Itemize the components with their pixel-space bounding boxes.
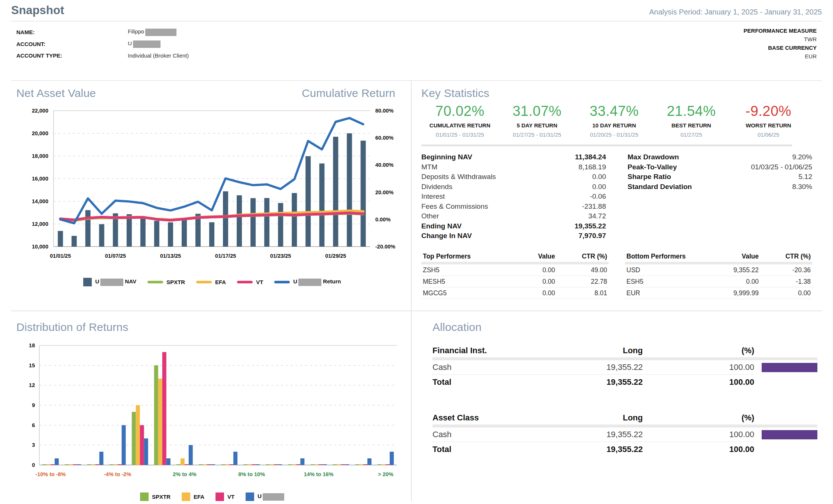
stat-label: Change In NAV	[421, 231, 472, 241]
highlight-value: 33.47%	[576, 103, 653, 119]
bottom-performers-row: ESH50.00-1.38	[625, 276, 812, 287]
stat-label: Interest	[421, 192, 445, 202]
stat-value: 11,384.24	[575, 152, 606, 162]
stat-label: MTM	[421, 162, 437, 172]
svg-text:18,000: 18,000	[32, 153, 48, 159]
legend-swatch-icon	[148, 281, 163, 283]
column-header: Value	[499, 251, 555, 262]
top-performers-row: MESH50.0022.78	[421, 276, 609, 287]
allocation-row-long: 19,355.22	[531, 360, 643, 375]
stat-label: Beginning NAV	[421, 152, 472, 162]
legend-label: VT	[227, 494, 234, 500]
legend-item: EFA	[182, 492, 204, 501]
svg-text:9: 9	[32, 402, 35, 408]
stat-label: Ending NAV	[421, 221, 461, 231]
nav-summary-row: Fees & Commissions-231.88	[421, 202, 606, 212]
svg-text:> 20%: > 20%	[378, 471, 393, 477]
legend-text: EFA	[215, 279, 226, 285]
stat-value: 34.72	[588, 211, 606, 221]
account-setting-value: EUR	[743, 53, 817, 59]
table-cell: 49.00	[555, 264, 607, 276]
table-cell: -1.38	[759, 276, 811, 287]
highlight-dates: 01/27/25 - 01/31/25	[499, 131, 576, 138]
highlight-value: 70.02%	[421, 103, 499, 119]
table-cell: USD	[626, 264, 703, 276]
allocation-header: Long	[531, 411, 643, 425]
nav-summary-row: Deposits & Withdrawals0.00	[421, 172, 606, 182]
legend-swatch-icon	[83, 278, 92, 286]
redacted-value	[133, 40, 161, 48]
legend-text: U	[257, 493, 262, 499]
account-field-label: NAME:	[16, 29, 128, 35]
legend-swatch-icon	[140, 492, 149, 501]
table-cell: EUR	[626, 287, 703, 299]
allocation-header: Financial Inst.	[432, 344, 531, 357]
nav-chart-panel: Net Asset Value Cumulative Return 22,000…	[11, 81, 412, 311]
return-highlights: 70.02%CUMULATIVE RETURN01/01/25 - 01/31/…	[421, 103, 807, 138]
risk-metric-row: Sharpe Ratio5.12	[628, 172, 812, 182]
nav-cumulative-return-chart: 22,00020,00018,00016,00014,00012,00010,0…	[16, 105, 408, 276]
nav-panel-titles: Net Asset Value Cumulative Return	[16, 87, 408, 100]
legend-swatch-icon	[274, 281, 290, 283]
legend-text: VT	[227, 494, 234, 500]
table-cell: 0.00	[499, 287, 555, 299]
svg-text:-10% to -8%: -10% to -8%	[35, 471, 65, 477]
nav-summary-row: Other34.72	[421, 211, 606, 221]
allocation-header-band	[432, 425, 817, 427]
svg-text:01/13/25: 01/13/25	[160, 253, 181, 259]
table-cell: 0.00	[499, 276, 555, 287]
account-field-text: U	[128, 40, 132, 46]
stat-value: 0.00	[592, 182, 606, 192]
redacted-value	[298, 279, 321, 286]
highlight-label: WORST RETURN	[730, 122, 807, 129]
legend-swatch-icon	[246, 492, 254, 501]
legend-text: Return	[321, 278, 341, 284]
cumulative-return-title: Cumulative Return	[302, 87, 395, 100]
top-performers-row: MGCG50.008.01	[421, 287, 609, 299]
top-performers-header: Top PerformersValueCTR (%)	[421, 251, 609, 262]
legend-label: VT	[256, 279, 263, 285]
bottom-performers-header: Bottom PerformersValueCTR (%)	[625, 251, 812, 262]
svg-text:20.00%: 20.00%	[375, 189, 393, 195]
highlight-dates: 01/06/25	[730, 131, 807, 138]
stat-value: 01/03/25 - 01/06/25	[751, 162, 812, 172]
stat-value: 9.20%	[792, 152, 812, 162]
table-cell: 22.78	[555, 276, 607, 287]
svg-text:22,000: 22,000	[32, 108, 48, 114]
legend-text: U	[95, 278, 99, 284]
top-performers-row: ZSH50.0049.00	[421, 264, 609, 276]
svg-text:12,000: 12,000	[32, 221, 48, 227]
column-header: Bottom Performers	[626, 251, 703, 262]
svg-text:01/01/25: 01/01/25	[50, 253, 71, 259]
allocation-bar	[762, 363, 817, 372]
highlights-divider	[421, 144, 792, 146]
highlight-label: 5 DAY RETURN	[499, 122, 576, 129]
legend-swatch-icon	[237, 281, 253, 283]
allocation-row-pct: 100.00	[643, 360, 754, 375]
svg-text:20,000: 20,000	[32, 130, 48, 136]
nav-summary-table: Beginning NAV11,384.24MTM8,168.19Deposit…	[421, 152, 606, 241]
stat-value: 7,970.97	[578, 231, 606, 241]
return-highlight: 70.02%CUMULATIVE RETURN01/01/25 - 01/31/…	[421, 103, 499, 138]
highlight-dates: 01/20/25 - 01/31/25	[576, 131, 653, 138]
legend-swatch-icon	[196, 281, 212, 283]
account-field-value: Filippo	[128, 28, 189, 36]
legend-label: EFA	[194, 494, 204, 500]
highlight-dates: 01/01/25 - 01/31/25	[421, 131, 499, 138]
legend-item: VT	[237, 279, 263, 285]
legend-text: U	[293, 278, 297, 284]
return-highlight: 31.07%5 DAY RETURN01/27/25 - 01/31/25	[499, 103, 576, 138]
account-info-section: NAME:FilippoACCOUNT:UACCOUNT TYPE:Indivi…	[11, 22, 822, 80]
top-performers-header-band	[421, 262, 609, 264]
legend-item: U NAV	[83, 278, 136, 286]
table-cell: 0.00	[703, 276, 759, 287]
performers-tables: Top PerformersValueCTR (%)ZSH50.0049.00M…	[421, 251, 822, 299]
stat-value: 19,355.22	[574, 221, 606, 231]
stat-value: 0.00	[592, 172, 606, 182]
highlight-value: 31.07%	[499, 103, 576, 119]
allocation-header: Asset Class	[432, 411, 531, 425]
return-highlight: 33.47%10 DAY RETURN01/20/25 - 01/31/25	[576, 103, 653, 138]
allocation-total-label: Total	[432, 375, 531, 390]
return-highlight: 21.54%BEST RETURN01/27/25	[653, 103, 730, 138]
table-cell: MESH5	[423, 276, 499, 287]
